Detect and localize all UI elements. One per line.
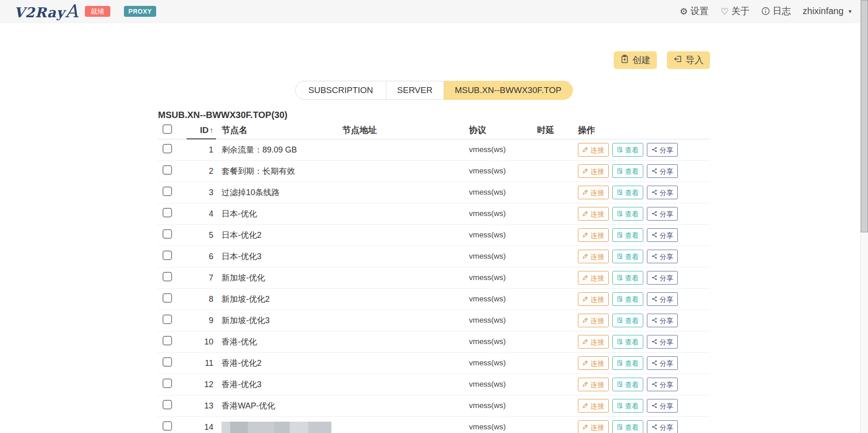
heart-icon: ♡ [720, 7, 729, 16]
connect-button[interactable]: 连接 [578, 164, 609, 178]
view-button[interactable]: 查看 [612, 228, 643, 242]
nav-settings[interactable]: ⚙ 设置 [680, 5, 709, 17]
view-button[interactable]: 查看 [612, 207, 643, 221]
toolbar: 创建 导入 [158, 51, 710, 69]
connect-button[interactable]: 连接 [578, 292, 609, 306]
row-checkbox[interactable] [163, 293, 172, 303]
import-button[interactable]: 导入 [667, 51, 710, 69]
scrollbar[interactable] [860, 0, 868, 433]
row-checkbox[interactable] [163, 187, 172, 196]
share-nodes-icon [651, 147, 657, 153]
row-id: 7 [187, 273, 216, 283]
table-row: 5 日本-优化2 vmess(ws) 连接 [158, 225, 710, 246]
row-id: 10 [187, 337, 216, 347]
view-button[interactable]: 查看 [612, 250, 643, 263]
connect-button[interactable]: 连接 [578, 356, 609, 370]
sort-asc-icon: ↑ [210, 126, 214, 135]
header-latency[interactable]: 时延 [537, 124, 578, 136]
tab-subscription[interactable]: SUBSCRIPTION [295, 81, 386, 100]
header-id[interactable]: ID↑ [187, 125, 216, 135]
share-icon-button[interactable]: 分享 [647, 314, 678, 327]
header-address[interactable]: 节点地址 [339, 124, 469, 136]
view-button[interactable]: 查看 [612, 378, 643, 391]
share-nodes-icon [651, 381, 657, 388]
view-button[interactable]: 查看 [612, 143, 643, 157]
row-checkbox[interactable] [163, 229, 172, 239]
row-checkbox[interactable] [163, 251, 172, 260]
share-icon-button[interactable]: 分享 [647, 186, 678, 199]
header-protocol[interactable]: 协议 [469, 124, 537, 136]
row-id: 3 [187, 188, 216, 197]
share-icon-button[interactable]: 分享 [647, 250, 678, 263]
connect-button[interactable]: 连接 [578, 228, 609, 242]
app-logo[interactable]: V2RayA [14, 2, 79, 20]
tab-msub-active[interactable]: MSUB.XN--BWWX30F.TOP [444, 81, 573, 100]
view-button[interactable]: 查看 [612, 271, 643, 285]
row-name [216, 422, 339, 433]
row-checkbox[interactable] [163, 400, 172, 409]
view-button[interactable]: 查看 [612, 356, 643, 370]
connect-button[interactable]: 连接 [578, 271, 609, 285]
row-checkbox[interactable] [163, 144, 172, 153]
connect-button[interactable]: 连接 [578, 143, 609, 157]
row-checkbox[interactable] [163, 379, 172, 388]
row-checkbox[interactable] [163, 272, 172, 281]
share-icon-button[interactable]: 分享 [647, 335, 678, 349]
row-name: 新加坡-优化 [216, 272, 339, 283]
connect-button[interactable]: 连接 [578, 250, 609, 263]
share-icon-button[interactable]: 分享 [647, 420, 678, 433]
row-actions: 连接 查看 [578, 399, 710, 413]
share-icon-button[interactable]: 分享 [647, 207, 678, 221]
connect-button[interactable]: 连接 [578, 186, 609, 199]
row-checkbox[interactable] [163, 315, 172, 324]
connect-button[interactable]: 连接 [578, 420, 609, 433]
import-icon [673, 54, 682, 66]
share-icon-button[interactable]: 分享 [647, 143, 678, 157]
share-icon-button[interactable]: 分享 [647, 356, 678, 370]
tab-server[interactable]: SERVER [386, 81, 444, 100]
share-icon-button[interactable]: 分享 [647, 399, 678, 413]
view-button[interactable]: 查看 [612, 292, 643, 306]
connect-button[interactable]: 连接 [578, 399, 609, 413]
table-row: 1 剩余流量：89.09 GB vmess(ws) 连接 [158, 139, 710, 161]
select-all-checkbox[interactable] [163, 124, 172, 134]
username: zhixinfang [803, 6, 843, 16]
row-checkbox[interactable] [163, 208, 172, 217]
share-icon-button[interactable]: 分享 [647, 378, 678, 391]
row-protocol: vmess(ws) [469, 188, 537, 197]
row-checkbox[interactable] [163, 165, 172, 175]
row-id: 1 [187, 145, 216, 155]
view-button[interactable]: 查看 [612, 164, 643, 178]
nav-about[interactable]: ♡ 关于 [720, 5, 750, 17]
view-button[interactable]: 查看 [612, 399, 643, 413]
connect-button[interactable]: 连接 [578, 207, 609, 221]
connect-button[interactable]: 连接 [578, 335, 609, 349]
share-icon-button[interactable]: 分享 [647, 164, 678, 178]
row-checkbox[interactable] [163, 336, 172, 345]
scrollbar-thumb[interactable] [861, 0, 868, 232]
header-name[interactable]: 节点名 [216, 124, 339, 136]
view-button[interactable]: 查看 [612, 186, 643, 199]
row-checkbox[interactable] [163, 421, 172, 431]
share-icon-button[interactable]: 分享 [647, 271, 678, 285]
user-menu[interactable]: zhixinfang ▼ [803, 6, 853, 16]
pen-link-icon [582, 211, 588, 217]
connect-button[interactable]: 连接 [578, 314, 609, 327]
row-name: 新加坡-优化2 [216, 294, 339, 305]
share-icon-button[interactable]: 分享 [647, 292, 678, 306]
share-nodes-icon [651, 168, 657, 175]
row-name: 香港-优化 [216, 336, 339, 347]
nav-log[interactable]: 日志 [761, 5, 791, 17]
share-icon-button[interactable]: 分享 [647, 228, 678, 242]
view-button[interactable]: 查看 [612, 420, 643, 433]
file-find-icon [617, 403, 623, 409]
create-button[interactable]: 创建 [614, 51, 657, 69]
file-find-icon [617, 275, 623, 281]
view-button[interactable]: 查看 [612, 335, 643, 349]
connect-button[interactable]: 连接 [578, 378, 609, 391]
row-actions: 连接 查看 [578, 164, 710, 178]
view-button[interactable]: 查看 [612, 314, 643, 327]
row-checkbox[interactable] [163, 357, 172, 367]
row-id: 5 [187, 231, 216, 240]
proxy-mode-badge[interactable]: PROXY [124, 6, 157, 17]
